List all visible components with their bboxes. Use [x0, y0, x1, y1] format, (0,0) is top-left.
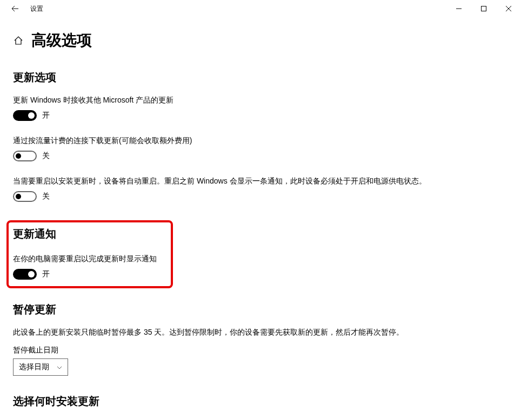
section-title-pause: 暂停更新	[13, 302, 508, 317]
maximize-button[interactable]	[471, 0, 496, 17]
maximize-icon	[481, 6, 486, 11]
toggle-auto-restart[interactable]	[13, 191, 37, 202]
toggle-update-notify[interactable]	[13, 269, 37, 280]
minimize-icon	[456, 6, 462, 11]
close-icon	[506, 6, 511, 11]
minimize-button[interactable]	[446, 0, 471, 17]
pause-deadline-label: 暂停截止日期	[13, 346, 508, 355]
titlebar-app-name: 设置	[30, 4, 43, 13]
highlighted-update-notify: 更新通知 在你的电脑需要重启以完成更新时显示通知 开	[6, 220, 173, 288]
option-receive-other-products: 更新 Windows 时接收其他 Microsoft 产品的更新 开	[13, 94, 508, 121]
option-auto-restart: 当需要重启以安装更新时，设备将自动重启。重启之前 Windows 会显示一条通知…	[13, 175, 508, 202]
titlebar: 设置	[0, 0, 521, 17]
window-controls	[446, 0, 521, 17]
toggle-receive-other-products[interactable]	[13, 110, 37, 121]
toggle-state-label: 开	[42, 111, 50, 120]
toggle-state-label: 关	[42, 151, 50, 161]
option-desc: 当需要重启以安装更新时，设备将自动重启。重启之前 Windows 会显示一条通知…	[13, 175, 508, 187]
option-metered-download: 通过按流量计费的连接下载更新(可能会收取额外费用) 关	[13, 135, 508, 161]
home-button[interactable]	[13, 35, 24, 46]
back-button[interactable]	[6, 0, 24, 17]
svg-rect-0	[482, 6, 486, 11]
home-icon	[14, 36, 23, 45]
dropdown-selected-label: 选择日期	[19, 362, 49, 372]
close-button[interactable]	[496, 0, 521, 17]
chevron-down-icon	[57, 364, 62, 370]
section-title-update-options: 更新选项	[13, 70, 508, 85]
toggle-metered-download[interactable]	[13, 151, 37, 161]
option-desc: 更新 Windows 时接收其他 Microsoft 产品的更新	[13, 94, 508, 106]
pause-desc: 此设备上的更新安装只能临时暂停最多 35 天。达到暂停限制时，你的设备需要先获取…	[13, 327, 508, 338]
section-title-update-notify: 更新通知	[13, 227, 166, 241]
option-desc: 在你的电脑需要重启以完成更新时显示通知	[13, 253, 166, 265]
toggle-state-label: 关	[42, 192, 50, 201]
section-title-schedule: 选择何时安装更新	[13, 394, 508, 409]
pause-date-dropdown[interactable]: 选择日期	[13, 358, 68, 376]
content-area: 高级选项 更新选项 更新 Windows 时接收其他 Microsoft 产品的…	[0, 17, 521, 420]
arrow-left-icon	[11, 5, 19, 12]
page-header: 高级选项	[13, 30, 508, 51]
page-title: 高级选项	[31, 30, 92, 51]
toggle-state-label: 开	[42, 269, 50, 279]
option-desc: 通过按流量计费的连接下载更新(可能会收取额外费用)	[13, 135, 508, 146]
